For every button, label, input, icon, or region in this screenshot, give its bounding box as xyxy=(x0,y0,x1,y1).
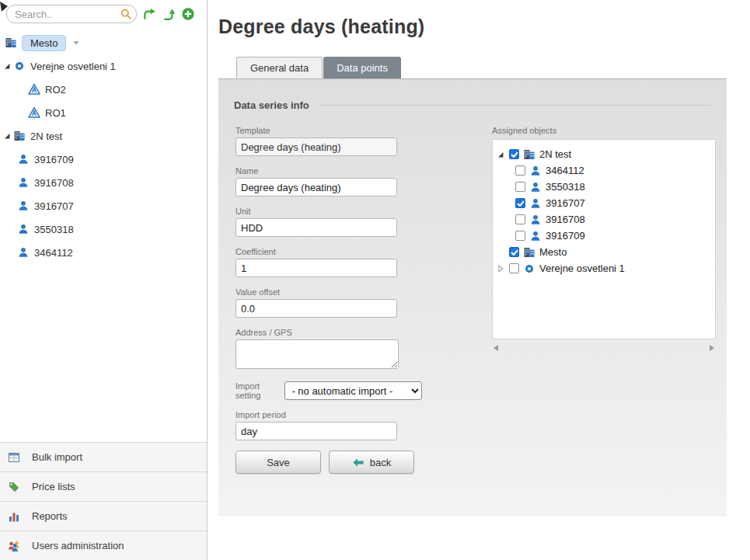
person-icon xyxy=(17,153,30,165)
gear-icon xyxy=(13,60,26,72)
expand-arrow-icon[interactable] xyxy=(496,150,505,159)
person-icon xyxy=(529,214,542,226)
checkbox-2n-test[interactable] xyxy=(509,149,519,159)
unit-label: Unit xyxy=(235,207,422,216)
assigned-row-2n-test[interactable]: 2N test xyxy=(496,146,712,162)
checkbox-3916709[interactable] xyxy=(515,231,525,241)
value-offset-input[interactable] xyxy=(235,299,397,318)
scroll-right-icon[interactable] xyxy=(710,345,714,351)
alarm-triangle-icon xyxy=(28,83,40,96)
checkbox-mesto[interactable] xyxy=(509,247,519,257)
tree-item-mesto[interactable]: Mesto xyxy=(0,31,207,54)
checkbox-3916708[interactable] xyxy=(515,214,525,224)
tree-item-label: Mesto xyxy=(22,35,66,51)
person-icon xyxy=(17,200,30,212)
import-setting-select[interactable]: - no automatic import - xyxy=(284,381,422,400)
building-icon xyxy=(5,37,17,49)
coefficient-label: Coefficient xyxy=(235,247,422,256)
assigned-label: 3916708 xyxy=(546,214,585,225)
template-input[interactable] xyxy=(235,137,397,156)
person-icon xyxy=(17,223,30,235)
tab-data-points[interactable]: Data points xyxy=(323,57,401,78)
tree-item-3916709[interactable]: 3916709 xyxy=(0,148,207,171)
save-button[interactable]: Save xyxy=(235,450,321,474)
tree-item-3916707[interactable]: 3916707 xyxy=(0,194,207,217)
building-icon xyxy=(523,246,535,259)
tree-item-label: Verejne osvetleni 1 xyxy=(30,61,116,72)
sidebar-item-reports[interactable]: Reports xyxy=(0,501,207,530)
expand-arrow-icon[interactable] xyxy=(2,61,12,71)
assigned-row-3464112[interactable]: 3464112 xyxy=(496,162,712,179)
tree-item-ro1[interactable]: RO1 xyxy=(0,101,207,124)
person-icon xyxy=(529,165,542,177)
users-icon xyxy=(8,540,20,552)
unit-input[interactable] xyxy=(235,218,397,237)
back-button-label: back xyxy=(370,457,391,468)
assigned-label: 3464112 xyxy=(546,165,584,176)
template-label: Template xyxy=(235,126,422,135)
tree-item-label: 2N test xyxy=(30,130,62,142)
person-icon xyxy=(17,176,30,189)
tree-item-label: 3550318 xyxy=(34,224,74,235)
sidebar-menu: Bulk import Price lists Reports Users ad… xyxy=(0,442,207,560)
checkbox-3550318[interactable] xyxy=(515,182,525,192)
assigned-label: 3550318 xyxy=(546,181,585,193)
address-gps-textarea[interactable] xyxy=(235,339,399,369)
menu-item-label: Bulk import xyxy=(32,451,82,463)
assigned-label: 3916707 xyxy=(546,197,585,209)
green-bent-arrow-icon[interactable] xyxy=(142,7,156,21)
chevron-down-icon[interactable] xyxy=(72,38,81,47)
tree-item-2n-test[interactable]: 2N test xyxy=(0,124,207,148)
section-title: Data series info xyxy=(234,99,309,111)
sidebar-item-users-administration[interactable]: Users administration xyxy=(0,530,207,560)
tree-item-verejne-osvetleni[interactable]: Verejne osvetleni 1 xyxy=(0,54,207,78)
assigned-row-3916708[interactable]: 3916708 xyxy=(496,211,712,228)
section-divider xyxy=(319,105,711,106)
assigned-row-3916707[interactable]: 3916707 xyxy=(496,195,712,211)
price-tag-icon xyxy=(8,481,20,493)
sidebar-item-bulk-import[interactable]: Bulk import xyxy=(0,442,207,471)
tree-item-3464112[interactable]: 3464112 xyxy=(0,241,207,264)
sidebar-item-price-lists[interactable]: Price lists xyxy=(0,471,207,501)
collapse-arrow-icon[interactable] xyxy=(496,264,505,273)
object-tree: Mesto Verejne osvetleni 1 RO2 RO1 2N tes… xyxy=(0,31,207,264)
tree-item-ro2[interactable]: RO2 xyxy=(0,78,207,101)
tree-item-3550318[interactable]: 3550318 xyxy=(0,217,207,241)
name-input[interactable] xyxy=(235,178,397,197)
assigned-row-3916709[interactable]: 3916709 xyxy=(496,228,712,244)
search-input[interactable] xyxy=(6,5,137,23)
menu-item-label: Reports xyxy=(32,510,68,522)
expand-arrow-icon[interactable] xyxy=(2,131,12,141)
checkbox-3464112[interactable] xyxy=(515,165,525,176)
menu-item-label: Price lists xyxy=(32,481,75,492)
assigned-row-verejne-osvetleni[interactable]: Verejne osvetleni 1 xyxy=(496,260,712,277)
assigned-hscroll xyxy=(492,345,716,351)
assigned-label: 2N test xyxy=(539,148,571,160)
person-icon xyxy=(529,230,542,242)
section-heading: Data series info xyxy=(234,99,711,111)
assigned-objects-tree: 2N test 3464112 xyxy=(492,139,716,339)
back-button[interactable]: back xyxy=(329,450,414,474)
tree-item-3916708[interactable]: 3916708 xyxy=(0,171,207,194)
checkbox-3916707[interactable] xyxy=(515,198,525,208)
import-period-label: Import period xyxy=(235,410,422,419)
assigned-objects-label: Assigned objects xyxy=(492,126,716,135)
green-up-arrow-icon[interactable] xyxy=(162,7,176,21)
scroll-left-icon[interactable] xyxy=(494,345,498,351)
tree-item-label: 3916707 xyxy=(34,200,74,212)
import-period-input[interactable] xyxy=(235,422,397,440)
back-arrow-icon xyxy=(352,457,365,468)
tab-general-data[interactable]: General data xyxy=(236,57,323,78)
assigned-row-mesto[interactable]: Mesto xyxy=(496,244,712,260)
coefficient-input[interactable] xyxy=(235,259,397,277)
add-circle-icon[interactable] xyxy=(181,7,195,21)
indent-spacer xyxy=(496,248,505,257)
gear-icon xyxy=(523,263,535,275)
indent-spacer xyxy=(502,231,511,241)
person-icon xyxy=(529,181,542,193)
assigned-row-3550318[interactable]: 3550318 xyxy=(496,179,712,195)
indent-spacer xyxy=(502,166,511,176)
address-gps-label: Address / GPS xyxy=(235,328,422,337)
checkbox-verejne-osvetleni[interactable] xyxy=(509,263,519,273)
save-button-label: Save xyxy=(267,457,290,468)
